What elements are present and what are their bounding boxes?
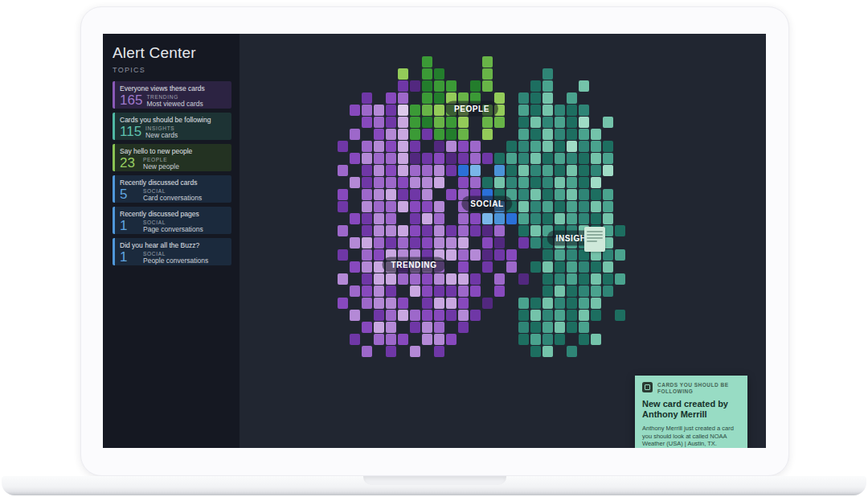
mosaic-cell[interactable]	[591, 177, 601, 188]
mosaic-cell[interactable]	[482, 213, 493, 224]
mosaic-cell[interactable]	[530, 153, 541, 164]
mosaic-cell[interactable]	[386, 310, 396, 321]
mosaic-cell[interactable]	[494, 92, 505, 104]
mosaic-cell[interactable]	[567, 177, 577, 188]
mosaic-cell[interactable]	[446, 117, 457, 128]
mosaic-cell[interactable]	[410, 322, 420, 333]
mosaic-cell[interactable]	[386, 346, 396, 357]
mosaic-cell[interactable]	[555, 334, 565, 345]
mosaic-cell[interactable]	[374, 189, 384, 200]
mosaic-cell[interactable]	[530, 129, 541, 140]
mosaic-cell[interactable]	[482, 298, 493, 309]
mosaic-cell[interactable]	[422, 189, 432, 200]
mosaic-cell[interactable]	[338, 201, 348, 212]
mosaic-cell[interactable]	[434, 201, 444, 212]
mosaic-cell[interactable]	[530, 346, 541, 357]
mosaic-cell[interactable]	[603, 189, 613, 200]
mosaic-cell[interactable]	[398, 153, 408, 164]
mosaic-cell[interactable]	[350, 310, 360, 321]
mosaic-cell[interactable]	[386, 177, 396, 188]
mosaic-cell[interactable]	[591, 285, 601, 297]
mosaic-cell[interactable]	[530, 237, 541, 249]
mosaic-cell[interactable]	[338, 189, 348, 200]
mosaic-cell[interactable]	[555, 249, 565, 261]
mosaic-cell[interactable]	[422, 298, 432, 309]
mosaic-cell[interactable]	[482, 177, 493, 188]
mosaic-cell[interactable]	[386, 322, 396, 333]
mosaic-cell[interactable]	[386, 298, 396, 309]
mosaic-cell[interactable]	[591, 201, 601, 212]
mosaic-cell[interactable]	[555, 213, 565, 224]
mosaic-cell[interactable]	[362, 105, 372, 116]
mosaic-cell[interactable]	[362, 141, 372, 152]
mosaic-cell[interactable]	[386, 165, 396, 176]
mosaic-cell[interactable]	[374, 141, 384, 152]
mosaic-cell[interactable]	[410, 189, 420, 200]
mosaic-cell[interactable]	[362, 92, 372, 104]
mosaic-cell[interactable]	[615, 310, 625, 321]
mosaic-cell[interactable]	[542, 165, 553, 176]
mosaic-cell[interactable]	[567, 129, 577, 140]
mosaic-cell[interactable]	[579, 80, 589, 92]
mosaic-cell[interactable]	[603, 261, 613, 273]
mosaic-cell[interactable]	[386, 92, 396, 104]
mosaic-cell[interactable]	[362, 273, 372, 285]
mosaic-cell[interactable]	[591, 213, 601, 224]
mosaic-cell[interactable]	[362, 153, 372, 164]
notification-card[interactable]: CARDS YOU SHOULD BE FOLLOWING New card c…	[635, 376, 747, 448]
mosaic-cell[interactable]	[567, 213, 577, 224]
mosaic-cell[interactable]	[398, 177, 408, 188]
mosaic-cell[interactable]	[338, 249, 348, 261]
mosaic-cell[interactable]	[555, 322, 565, 333]
mosaic-cell[interactable]	[446, 334, 457, 345]
mosaic-cell[interactable]	[530, 177, 541, 188]
mosaic-cell[interactable]	[434, 322, 444, 333]
mosaic-cell[interactable]	[518, 310, 529, 321]
mosaic-cell[interactable]	[434, 92, 444, 104]
mosaic-cell[interactable]	[374, 105, 384, 116]
mosaic-cell[interactable]	[518, 92, 529, 104]
mosaic-cell[interactable]	[482, 68, 493, 80]
mosaic-cell[interactable]	[530, 322, 541, 333]
mosaic-cell[interactable]	[422, 237, 432, 249]
mosaic-cell[interactable]	[482, 80, 493, 92]
mosaic-cell[interactable]	[410, 80, 420, 92]
mosaic-cell[interactable]	[338, 225, 348, 236]
mosaic-cell[interactable]	[567, 165, 577, 176]
mosaic-cell[interactable]	[555, 261, 565, 273]
mosaic-cell[interactable]	[374, 237, 384, 249]
mosaic-cell[interactable]	[482, 153, 493, 164]
mosaic-cell[interactable]	[579, 298, 589, 309]
mosaic-cell[interactable]	[518, 165, 529, 176]
mosaic-cell[interactable]	[470, 80, 481, 92]
mosaic-cell[interactable]	[422, 80, 432, 92]
mosaic-cell[interactable]	[410, 201, 420, 212]
mosaic-cell[interactable]	[446, 273, 457, 285]
mosaic-cell[interactable]	[422, 117, 432, 128]
mosaic-cell[interactable]	[555, 285, 565, 297]
mosaic-cell[interactable]	[458, 261, 469, 273]
mosaic-cell[interactable]	[374, 310, 384, 321]
mosaic-cell[interactable]	[518, 153, 529, 164]
mosaic-cell[interactable]	[470, 285, 481, 297]
mosaic-cell[interactable]	[518, 322, 529, 333]
mosaic-cell[interactable]	[458, 177, 469, 188]
mosaic-cell[interactable]	[555, 153, 565, 164]
mosaic-cell[interactable]	[530, 165, 541, 176]
mosaic-cell[interactable]	[434, 129, 444, 140]
mosaic-cell[interactable]	[350, 285, 360, 297]
mosaic-cell[interactable]	[434, 310, 444, 321]
mosaic-cell[interactable]	[542, 249, 553, 261]
mosaic-cell[interactable]	[518, 273, 529, 285]
mosaic-cell[interactable]	[506, 261, 517, 273]
mosaic-cell[interactable]	[386, 237, 396, 249]
mosaic-cell[interactable]	[542, 285, 553, 297]
topic-card[interactable]: Cards you should be following115INSIGHTS…	[113, 113, 231, 140]
mosaic-cell[interactable]	[422, 68, 432, 80]
mosaic-cell[interactable]	[542, 273, 553, 285]
mosaic-cell[interactable]	[555, 273, 565, 285]
mosaic-cell[interactable]	[603, 285, 613, 297]
mosaic-cell[interactable]	[567, 346, 577, 357]
mosaic-cell[interactable]	[374, 322, 384, 333]
mosaic-cell[interactable]	[567, 261, 577, 273]
